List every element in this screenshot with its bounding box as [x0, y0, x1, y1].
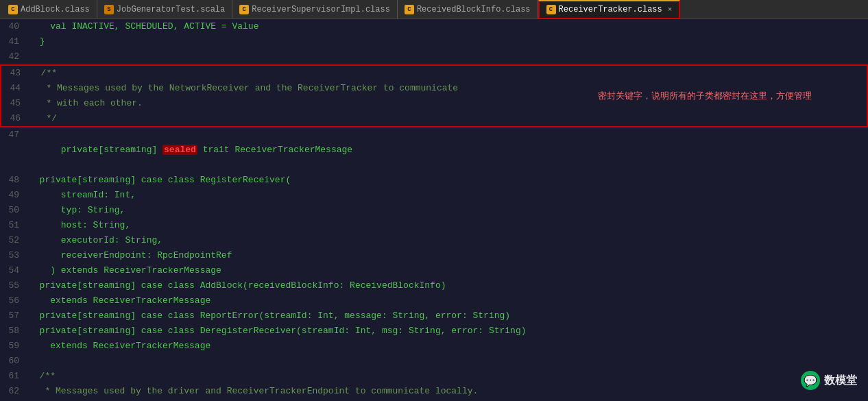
- line-num-57: 57: [0, 308, 29, 324]
- line-content-52: executorId: String,: [29, 233, 868, 248]
- code-line-45: 45 * with each other.: [1, 96, 867, 111]
- code-line-46: 46 */: [1, 111, 867, 126]
- line-num-56: 56: [0, 293, 29, 308]
- code-editor: 40 val INACTIVE, SCHEDULED, ACTIVE = Val…: [0, 19, 868, 401]
- tab-close-receivertracker[interactable]: ×: [668, 5, 673, 14]
- line-content-62: * Messages used by the driver and Receiv…: [29, 384, 868, 399]
- code-line-40: 40 val INACTIVE, SCHEDULED, ACTIVE = Val…: [0, 19, 868, 34]
- line-content-54: ) extends ReceiverTrackerMessage: [29, 263, 868, 278]
- code-line-49: 49 streamId: Int,: [0, 188, 868, 203]
- line-content-60: [29, 354, 868, 369]
- tab-addblock[interactable]: C AddBlock.class: [1, 0, 97, 19]
- line-content-53: receiverEndpoint: RpcEndpointRef: [29, 248, 868, 263]
- line-content-46: */: [30, 111, 867, 126]
- tab-icon-jobgenerator: S: [104, 5, 114, 14]
- line-content-51: host: String,: [29, 218, 868, 233]
- tab-label-receivedblockinfo: ReceivedBlockInfo.class: [417, 5, 531, 14]
- code-line-44: 44 * Messages used by the NetworkReceive…: [1, 81, 867, 96]
- line-content-42: [29, 49, 868, 64]
- code-line-60: 60: [0, 354, 868, 369]
- code-line-48: 48 private[streaming] case class Registe…: [0, 173, 868, 188]
- line-content-48: private[streaming] case class RegisterRe…: [29, 173, 868, 188]
- tab-label-receivertracker: ReceiverTracker.class: [559, 5, 662, 14]
- line-num-49: 49: [0, 188, 29, 203]
- code-line-56: 56 extends ReceiverTrackerMessage: [0, 293, 868, 308]
- code-line-55: 55 private[streaming] case class AddBloc…: [0, 278, 868, 293]
- line-num-52: 52: [0, 233, 29, 248]
- tab-icon-addblock: C: [8, 5, 18, 14]
- line-content-47: private[streaming] sealed trait Receiver…: [29, 127, 868, 173]
- code-line-51: 51 host: String,: [0, 218, 868, 233]
- line-content-45: * with each other.: [30, 96, 867, 111]
- tab-jobgenerator[interactable]: S JobGeneratorTest.scala: [97, 0, 232, 19]
- tab-label-addblock: AddBlock.class: [21, 5, 90, 14]
- code-line-54: 54 ) extends ReceiverTrackerMessage: [0, 263, 868, 278]
- line-num-45: 45: [1, 96, 30, 111]
- code-line-50: 50 typ: String,: [0, 203, 868, 218]
- line-num-47: 47: [0, 127, 29, 143]
- line-num-54: 54: [0, 263, 29, 278]
- line-num-60: 60: [0, 354, 29, 369]
- wechat-logo-icon: 💬: [801, 371, 820, 390]
- tab-label-receiversupervisor: ReceiverSupervisorImpl.class: [252, 5, 390, 14]
- line-num-48: 48: [0, 173, 29, 188]
- tab-label-jobgenerator: JobGeneratorTest.scala: [117, 5, 225, 14]
- code-line-42: 42: [0, 49, 868, 64]
- line-num-51: 51: [0, 218, 29, 233]
- line-num-40: 40: [0, 19, 29, 34]
- line-content-61: /**: [29, 369, 868, 384]
- line-num-58: 58: [0, 324, 29, 339]
- line-num-43: 43: [1, 66, 30, 81]
- line-num-46: 46: [1, 111, 30, 126]
- line-num-44: 44: [1, 81, 30, 96]
- code-line-62: 62 * Messages used by the driver and Rec…: [0, 384, 868, 399]
- line-num-61: 61: [0, 369, 29, 384]
- code-line-58: 58 private[streaming] case class Deregis…: [0, 324, 868, 339]
- line-content-43: /**: [30, 66, 867, 81]
- line-content-41: }: [29, 34, 868, 49]
- code-line-43: 43 /**: [1, 66, 867, 81]
- line-content-56: extends ReceiverTrackerMessage: [29, 293, 868, 308]
- wechat-watermark: 💬 数模堂: [801, 371, 857, 390]
- tab-icon-receiversupervisor: C: [239, 5, 249, 14]
- line-content-50: typ: String,: [29, 203, 868, 218]
- line-num-53: 53: [0, 248, 29, 263]
- line-num-42: 42: [0, 49, 29, 64]
- line-num-41: 41: [0, 34, 29, 49]
- code-line-41: 41 }: [0, 34, 868, 49]
- line-content-49: streamId: Int,: [29, 188, 868, 203]
- sealed-keyword: sealed: [162, 145, 197, 155]
- line-num-59: 59: [0, 339, 29, 354]
- line-content-55: private[streaming] case class AddBlock(r…: [29, 278, 868, 293]
- comment-block: 密封关键字，说明所有的子类都密封在这里，方便管理 43 /** 44 * Mes…: [0, 64, 868, 127]
- tab-receivedblockinfo[interactable]: C ReceivedBlockInfo.class: [398, 0, 538, 19]
- code-line-53: 53 receiverEndpoint: RpcEndpointRef: [0, 248, 868, 263]
- code-line-52: 52 executorId: String,: [0, 233, 868, 248]
- code-line-59: 59 extends ReceiverTrackerMessage: [0, 339, 868, 354]
- tab-receivertracker[interactable]: C ReceiverTracker.class ×: [538, 0, 681, 19]
- line-num-62: 62: [0, 384, 29, 399]
- tab-icon-receivertracker: C: [546, 5, 556, 14]
- line-content-58: private[streaming] case class Deregister…: [29, 324, 868, 339]
- wechat-text: 数模堂: [824, 374, 857, 388]
- line-num-55: 55: [0, 278, 29, 293]
- line-content-44: * Messages used by the NetworkReceiver a…: [30, 81, 867, 96]
- code-line-57: 57 private[streaming] case class ReportE…: [0, 308, 868, 324]
- tab-receiversupervisor[interactable]: C ReceiverSupervisorImpl.class: [232, 0, 398, 19]
- tab-bar: C AddBlock.class S JobGeneratorTest.scal…: [0, 0, 868, 19]
- code-line-47: 47 private[streaming] sealed trait Recei…: [0, 127, 868, 173]
- line-content-59: extends ReceiverTrackerMessage: [29, 339, 868, 354]
- line-content-57: private[streaming] case class ReportErro…: [29, 308, 868, 324]
- code-line-61: 61 /**: [0, 369, 868, 384]
- line-content-40: val INACTIVE, SCHEDULED, ACTIVE = Value: [29, 19, 868, 34]
- tab-icon-receivedblockinfo: C: [405, 5, 414, 14]
- line-num-50: 50: [0, 203, 29, 218]
